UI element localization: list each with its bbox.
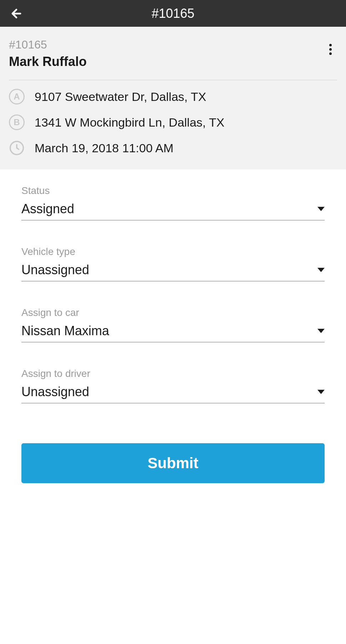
header-bar: #10165 [0, 0, 346, 27]
pickup-row: A 9107 Sweetwater Dr, Dallas, TX [9, 89, 337, 104]
dots-vertical-icon [329, 44, 332, 46]
status-select[interactable]: Assigned [21, 201, 325, 220]
dropoff-row: B 1341 W Mockingbird Ln, Dallas, TX [9, 114, 337, 130]
dropoff-address: 1341 W Mockingbird Ln, Dallas, TX [35, 116, 224, 129]
vehicle-type-select[interactable]: Unassigned [21, 262, 325, 281]
status-field: Status Assigned [21, 185, 325, 220]
header-title: #10165 [152, 6, 194, 21]
chevron-down-icon [317, 390, 325, 394]
assign-driver-label: Assign to driver [21, 368, 325, 379]
assign-driver-value: Unassigned [21, 384, 89, 399]
submit-button[interactable]: Submit [21, 443, 325, 483]
chevron-down-icon [317, 207, 325, 211]
vehicle-type-value: Unassigned [21, 262, 89, 277]
status-label: Status [21, 185, 325, 196]
vehicle-type-field: Vehicle type Unassigned [21, 246, 325, 281]
datetime-row: March 19, 2018 11:00 AM [9, 140, 337, 156]
order-info-panel: #10165 Mark Ruffalo A 9107 Sweetwater Dr… [0, 27, 346, 169]
assign-driver-field: Assign to driver Unassigned [21, 368, 325, 403]
clock-icon [9, 140, 25, 156]
assign-driver-select[interactable]: Unassigned [21, 384, 325, 403]
assign-car-value: Nissan Maxima [21, 323, 109, 338]
status-value: Assigned [21, 201, 74, 216]
chevron-down-icon [317, 268, 325, 272]
assign-car-select[interactable]: Nissan Maxima [21, 323, 325, 342]
customer-name: Mark Ruffalo [9, 54, 337, 69]
badge-a-icon: A [9, 89, 25, 104]
datetime-text: March 19, 2018 11:00 AM [35, 141, 173, 155]
back-button[interactable] [9, 6, 24, 21]
badge-b-icon: B [9, 114, 25, 130]
divider [9, 80, 337, 80]
form-container: Status Assigned Vehicle type Unassigned … [0, 169, 346, 483]
pickup-address: 9107 Sweetwater Dr, Dallas, TX [35, 90, 206, 104]
vehicle-type-label: Vehicle type [21, 246, 325, 257]
chevron-down-icon [317, 329, 325, 333]
arrow-left-icon [10, 7, 23, 20]
order-id: #10165 [9, 38, 337, 51]
assign-car-field: Assign to car Nissan Maxima [21, 307, 325, 342]
assign-car-label: Assign to car [21, 307, 325, 318]
more-options-button[interactable] [329, 44, 332, 55]
